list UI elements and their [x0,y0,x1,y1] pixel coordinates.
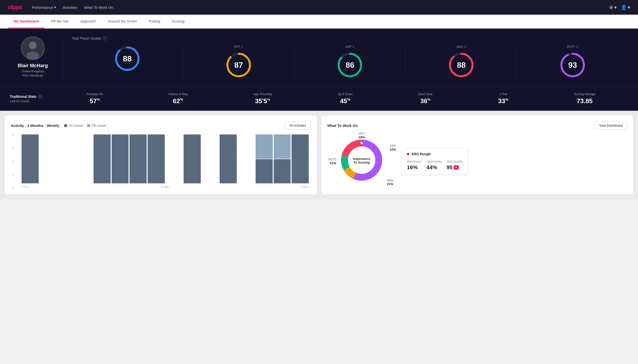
arg-label: ARG ↗ [457,45,466,49]
chart-area: 4 3 2 1 0 7 Feb 28 Mar 9 May [11,134,311,188]
navbar-right: ⊕ ▾ 👤 ▾ [609,4,630,10]
putt-label: PUTT ↗ [567,45,578,49]
scores-section: Total Player Quality ? 88 [64,36,628,78]
activity-panel-title: Activity - 3 Months - Weekly [11,124,59,128]
bar-on-course [94,134,111,183]
chevron-down-icon-user: ▾ [628,4,630,10]
all-activities-button[interactable]: All Activities [285,122,311,130]
score-total: 88 [72,45,183,78]
tab-scoring[interactable]: Scoring [166,15,190,28]
on-course-dot [64,124,67,127]
hero-section: Blair McHarg United Kingdom Plus Handica… [0,28,638,86]
stat-shot-quality: Shot Quality 95 ▼ [447,160,463,171]
tabs-bar: My Dashboard Off the Tee Approach Around… [0,15,638,28]
nav-what-to-work-on[interactable]: What To Work On [84,5,113,10]
bar-group [129,134,147,183]
app-label: APP ↗ [345,45,354,49]
stat-greens-in-reg: Greens In Reg 62% [168,92,187,105]
score-app: APP ↗ 86 [295,45,406,78]
bar-group [238,134,255,183]
svg-point-2 [27,51,39,60]
putt-value: 93 [568,61,577,70]
what-to-work-on-header: What To Work On View Dashboard [327,122,627,130]
stats-label: Traditional Stats ? Last 20 rounds [10,94,54,103]
off-course-dot [87,124,90,127]
bar-group [274,134,291,183]
score-putt: PUTT ↗ 93 [517,45,628,78]
donut-center: Importance To Scoring [353,157,370,164]
tab-approach[interactable]: Approach [74,15,102,28]
bar-on-course [129,134,147,183]
stats-items: Fairways Hit 57% Greens In Reg 62% App. … [54,92,628,105]
bar-group [58,134,75,183]
arg-value: 88 [457,61,466,70]
bar-on-course [148,134,165,183]
bar-on-course [184,134,201,183]
down-arrow-icon: ▼ [454,165,459,170]
chart-legend: On course Off course [64,124,106,127]
navbar-left: clippd Performance ▾ Activities What To … [8,4,113,10]
total-circle: 88 [114,45,141,72]
activity-panel: Activity - 3 Months - Weekly On course O… [5,116,317,194]
stat-scoring-average: Scoring Average 73.85 [574,92,595,105]
bar-group [148,134,165,183]
score-arg: ARG ↗ 88 [406,45,517,78]
bar-on-course [220,134,237,183]
bar-group [22,134,39,183]
x-labels: 7 Feb 28 Mar 9 May [20,185,311,188]
tab-putting[interactable]: Putting [143,15,166,28]
total-quality-label: Total Player Quality ? [72,36,628,40]
stats-help-icon[interactable]: ? [38,94,42,98]
app-arrow-icon: ↗ [352,46,354,49]
ott-arrow-icon: ↗ [241,46,243,49]
plus-icon: ⊕ [609,4,613,10]
arg-segment-label: ARG 21% [387,179,393,186]
view-dashboard-button[interactable]: View Dashboard [595,122,627,130]
bar-on-course [112,134,129,183]
legend-off-course: Off course [87,124,106,127]
bar-group [202,134,219,183]
ott-circle: 87 [225,52,252,78]
bar-group [76,134,93,183]
tab-around-the-green[interactable]: Around the Green [102,15,143,28]
stat-up-and-down: Up & Down 45% [338,92,353,105]
stat-1-putt: 1 Putt 33% [498,92,508,105]
info-card-dot [407,153,409,155]
bar-group [112,134,129,183]
user-icon: 👤 [621,4,627,10]
help-icon[interactable]: ? [103,36,107,40]
what-to-work-on-panel: What To Work On View Dashboard OTT 10% A… [321,116,633,194]
total-value: 88 [123,54,132,63]
svg-point-1 [29,42,37,49]
stat-app-proximity: App. Proximity 35'5" [253,92,272,105]
bar-group [94,134,111,183]
bar-group [40,134,57,183]
donut-svg-container: Importance To Scoring [338,137,385,184]
nav-performance[interactable]: Performance ▾ [32,5,56,10]
bar-on-course [256,159,273,183]
ott-label: OTT ↗ [234,45,243,49]
nav-activities[interactable]: Activities [63,5,77,10]
nav-links: Performance ▾ Activities What To Work On [32,5,113,10]
stat-opportunity: Opportunity 44% [427,160,442,171]
bar-group [256,134,273,183]
donut-wrapper: OTT 10% APP 12% ARG 21% PUTT 57% [327,134,396,188]
bar-on-course [292,134,309,183]
tab-my-dashboard[interactable]: My Dashboard [8,15,45,28]
player-country: United Kingdom [22,70,44,73]
info-card: ARG Rough Importance 16% Opportunity 44% [402,148,468,175]
chevron-down-icon: ▾ [54,5,56,10]
bottom-panels: Activity - 3 Months - Weekly On course O… [0,111,638,199]
add-button[interactable]: ⊕ ▾ [609,4,617,10]
donut-section: OTT 10% APP 12% ARG 21% PUTT 57% [327,134,627,188]
player-name: Blair McHarg [18,63,48,68]
bar-group [220,134,237,183]
logo[interactable]: clippd [8,4,22,10]
what-to-work-on-title: What To Work On [327,124,358,128]
app-circle: 86 [336,52,363,78]
arg-circle: 88 [448,52,475,78]
tab-off-the-tee[interactable]: Off the Tee [45,15,74,28]
bar-off-course [274,134,291,159]
user-menu-button[interactable]: 👤 ▾ [621,4,630,10]
putt-circle: 93 [559,52,586,78]
